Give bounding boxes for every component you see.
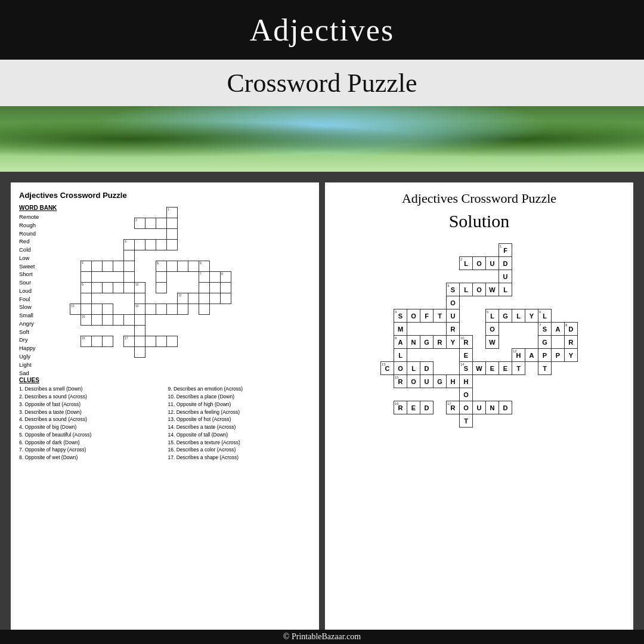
solution-empty-cell	[381, 270, 394, 283]
puzzle-cell[interactable]: 1	[167, 208, 178, 218]
puzzle-cell[interactable]	[113, 261, 124, 272]
puzzle-cell[interactable]: 16	[81, 336, 92, 347]
puzzle-cell[interactable]	[210, 293, 221, 304]
puzzle-cell[interactable]	[92, 336, 103, 347]
solution-cell: R	[447, 323, 460, 336]
puzzle-cell[interactable]	[135, 240, 145, 250]
puzzle-empty-cell	[188, 304, 199, 315]
puzzle-cell[interactable]	[167, 261, 178, 272]
puzzle-cell[interactable]	[199, 293, 210, 304]
solution-cell: 17R	[447, 401, 460, 414]
puzzle-empty-cell	[124, 326, 135, 336]
puzzle-cell[interactable]	[103, 304, 113, 315]
solution-cell: H	[460, 375, 473, 388]
puzzle-cell[interactable]	[145, 218, 156, 229]
puzzle-cell[interactable]	[135, 336, 145, 347]
puzzle-cell[interactable]	[156, 272, 167, 283]
puzzle-cell[interactable]	[124, 250, 135, 261]
puzzle-cell[interactable]	[81, 304, 92, 315]
puzzle-empty-cell	[167, 347, 178, 358]
puzzle-cell[interactable]	[178, 304, 188, 315]
solution-cell: Y	[565, 349, 578, 362]
puzzle-cell[interactable]	[103, 261, 113, 272]
puzzle-cell[interactable]: 6	[199, 261, 210, 272]
puzzle-cell[interactable]: 7	[199, 272, 210, 283]
puzzle-cell[interactable]	[167, 304, 178, 315]
solution-empty-cell	[473, 375, 486, 388]
puzzle-empty-cell	[113, 347, 124, 358]
puzzle-cell[interactable]	[124, 261, 135, 272]
puzzle-cell[interactable]	[167, 218, 178, 229]
puzzle-cell[interactable]	[167, 240, 178, 250]
puzzle-cell[interactable]	[145, 336, 156, 347]
puzzle-cell[interactable]	[92, 304, 103, 315]
puzzle-cell[interactable]	[210, 272, 221, 283]
solution-empty-cell	[473, 414, 486, 428]
puzzle-cell[interactable]	[92, 261, 103, 272]
puzzle-cell[interactable]	[156, 240, 167, 250]
puzzle-cell[interactable]	[124, 283, 135, 293]
puzzle-cell[interactable]	[156, 336, 167, 347]
puzzle-cell[interactable]	[199, 283, 210, 293]
solution-empty-cell	[407, 296, 420, 309]
puzzle-cell[interactable]	[103, 283, 113, 293]
puzzle-cell[interactable]: 14	[135, 304, 145, 315]
puzzle-empty-cell	[92, 240, 103, 250]
puzzle-cell[interactable]	[145, 240, 156, 250]
solution-cell: D	[499, 257, 512, 270]
puzzle-cell[interactable]	[81, 293, 92, 304]
puzzle-cell[interactable]	[188, 261, 199, 272]
puzzle-cell[interactable]	[167, 229, 178, 240]
puzzle-cell[interactable]	[124, 272, 135, 283]
puzzle-cell[interactable]	[81, 272, 92, 283]
puzzle-cell[interactable]: 4	[81, 261, 92, 272]
puzzle-cell[interactable]	[167, 336, 178, 347]
puzzle-cell[interactable]	[145, 304, 156, 315]
puzzle-cell[interactable]	[113, 283, 124, 293]
solution-empty-cell	[434, 257, 447, 270]
puzzle-cell[interactable]: 9	[81, 283, 92, 293]
puzzle-cell[interactable]	[156, 304, 167, 315]
puzzle-cell[interactable]	[156, 218, 167, 229]
solution-cell: E	[407, 401, 420, 414]
puzzle-cell[interactable]	[178, 261, 188, 272]
solution-cell: 13C	[381, 362, 394, 375]
puzzle-empty-cell	[178, 240, 188, 250]
puzzle-empty-cell	[178, 208, 188, 218]
puzzle-cell[interactable]: 12	[178, 293, 188, 304]
puzzle-empty-cell	[167, 283, 178, 293]
clues-label: CLUES	[19, 377, 311, 383]
puzzle-empty-cell	[210, 336, 221, 347]
solution-empty-cell	[512, 296, 525, 309]
puzzle-cell[interactable]	[135, 326, 145, 336]
puzzle-cell[interactable]	[156, 283, 167, 293]
puzzle-empty-cell	[145, 208, 156, 218]
puzzle-cell[interactable]: 5	[156, 261, 167, 272]
puzzle-cell[interactable]	[92, 315, 103, 326]
solution-empty-cell	[473, 349, 486, 362]
puzzle-cell[interactable]	[221, 283, 231, 293]
puzzle-cell[interactable]	[135, 293, 145, 304]
puzzle-cell[interactable]: 15	[81, 315, 92, 326]
puzzle-empty-cell	[81, 240, 92, 250]
puzzle-cell[interactable]: 13	[70, 304, 81, 315]
puzzle-cell[interactable]	[135, 347, 145, 358]
puzzle-cell[interactable]	[124, 315, 135, 326]
puzzle-empty-cell	[156, 208, 167, 218]
puzzle-cell[interactable]	[103, 336, 113, 347]
puzzle-cell[interactable]: 10	[135, 283, 145, 293]
puzzle-cell[interactable]	[188, 293, 199, 304]
puzzle-cell[interactable]	[113, 315, 124, 326]
puzzle-cell[interactable]	[199, 304, 210, 315]
puzzle-cell[interactable]	[92, 283, 103, 293]
puzzle-cell[interactable]: 8	[221, 272, 231, 283]
solution-empty-cell	[525, 270, 538, 283]
puzzle-cell[interactable]: 3	[124, 240, 135, 250]
puzzle-cell[interactable]	[135, 315, 145, 326]
puzzle-cell[interactable]	[103, 315, 113, 326]
solution-cell: L	[394, 349, 407, 362]
puzzle-cell[interactable]	[221, 293, 231, 304]
puzzle-cell[interactable]: 17	[124, 336, 135, 347]
puzzle-cell[interactable]: 2	[135, 218, 145, 229]
solution-empty-cell	[447, 388, 460, 401]
